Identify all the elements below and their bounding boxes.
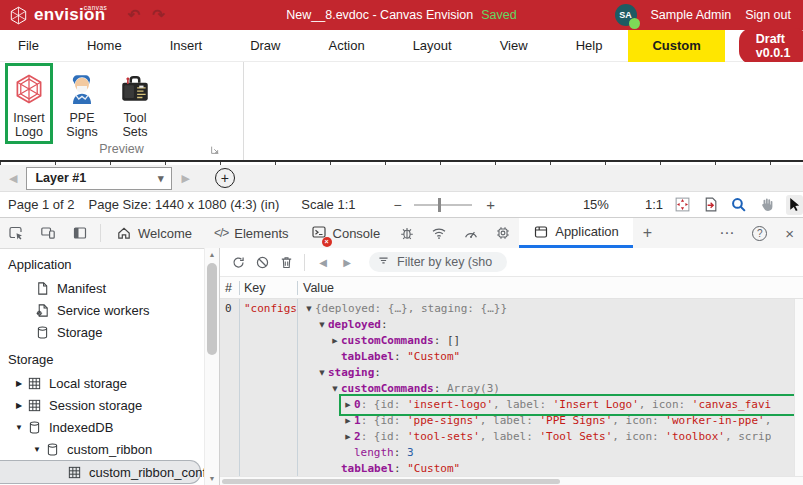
- filter-input[interactable]: [395, 254, 507, 270]
- undo-icon[interactable]: ↶: [127, 6, 140, 24]
- layer-select[interactable]: Layer #1▾: [26, 167, 172, 190]
- avatar[interactable]: SA: [615, 4, 637, 26]
- sidebar-item-custom-ribbon-configs[interactable]: custom_ribbon_configs: [0, 460, 201, 484]
- next-layer-icon[interactable]: ▶: [172, 172, 198, 185]
- sign-out-button[interactable]: Sign out: [745, 8, 791, 22]
- sidebar-scrollbar[interactable]: ▲ ▼: [204, 248, 219, 485]
- grid-header: # Key Value: [220, 276, 803, 299]
- sidebar-item-session-storage[interactable]: ▶Session storage: [0, 394, 204, 416]
- menu-item-view[interactable]: View: [476, 30, 552, 62]
- app-logo: envisioncanvas: [8, 5, 105, 26]
- close-devtools-icon[interactable]: ×: [776, 225, 803, 242]
- bug-icon[interactable]: [391, 218, 423, 248]
- menu-item-draw[interactable]: Draw: [226, 30, 304, 62]
- pan-hand-icon[interactable]: [758, 195, 775, 215]
- chevron-right-icon[interactable]: ▶: [12, 401, 26, 410]
- tab-console[interactable]: × Console: [300, 218, 392, 248]
- ribbon-button-ppe-signs[interactable]: PPESigns: [60, 65, 104, 142]
- performance-gauge-icon[interactable]: [455, 218, 487, 248]
- sidebar-item-local-storage[interactable]: ▶Local storage: [0, 372, 204, 394]
- device-toolbar-icon[interactable]: [32, 218, 64, 248]
- dock-side-icon[interactable]: [64, 218, 96, 248]
- sidebar-item-manifest[interactable]: Manifest: [0, 277, 204, 299]
- expander-icon[interactable]: ▶: [342, 397, 354, 413]
- tree-row-4[interactable]: ▼staging:: [303, 365, 803, 381]
- actual-size-button[interactable]: 1:1: [645, 197, 663, 212]
- clear-object-store-icon[interactable]: [250, 250, 274, 274]
- chevron-down-icon[interactable]: ▼: [30, 445, 44, 454]
- tree-row-9[interactable]: length: 3: [303, 445, 803, 461]
- expander-icon[interactable]: ▶: [342, 429, 354, 445]
- chevron-right-icon[interactable]: ▶: [12, 379, 26, 388]
- expander-icon[interactable]: ▶: [342, 413, 354, 429]
- expander-icon[interactable]: ▼: [303, 301, 315, 317]
- tree-row-3[interactable]: tabLabel: "Custom": [303, 349, 803, 365]
- toolbox-icon: [117, 69, 153, 109]
- zoom-percent[interactable]: 15%: [583, 197, 609, 212]
- horizontal-scrollbar-thumb[interactable]: [222, 479, 560, 484]
- sidebar-item-storage[interactable]: Storage: [0, 321, 204, 343]
- menu-item-file[interactable]: File: [0, 30, 63, 62]
- column-header-index[interactable]: #: [220, 281, 240, 295]
- zoom-tool-icon[interactable]: [730, 195, 747, 215]
- zoom-in-button[interactable]: +: [486, 196, 495, 213]
- more-options-icon[interactable]: ⋯: [710, 224, 743, 242]
- zoom-slider-handle[interactable]: [438, 198, 441, 212]
- column-header-key[interactable]: Key: [240, 281, 298, 295]
- menu-item-action[interactable]: Action: [305, 30, 389, 62]
- panel-scrollbar-gutter[interactable]: [794, 299, 803, 476]
- scrollbar-thumb[interactable]: [207, 263, 217, 355]
- group-expand-icon[interactable]: [209, 142, 223, 156]
- scroll-down-icon[interactable]: ▼: [205, 472, 219, 485]
- network-wifi-icon[interactable]: [423, 218, 455, 248]
- tree-row-8[interactable]: ▶2: {id: 'tool-sets', label: 'Tool Sets'…: [303, 429, 803, 445]
- ribbon-button-tool-sets[interactable]: ToolSets: [113, 65, 157, 142]
- refresh-icon[interactable]: [226, 250, 250, 274]
- fit-page-icon[interactable]: [674, 195, 691, 215]
- tree-row-text: 2: {id: 'tool-sets', label: 'Tool Sets',…: [354, 429, 771, 445]
- delete-selected-icon[interactable]: [274, 250, 298, 274]
- new-tab-icon[interactable]: +: [633, 218, 662, 248]
- redo-icon[interactable]: ↷: [152, 6, 165, 24]
- expander-icon[interactable]: ▼: [316, 365, 328, 381]
- column-header-value[interactable]: Value: [298, 281, 803, 295]
- draft-version-badge[interactable]: Draft v0.0.1: [739, 28, 803, 64]
- tree-row-5[interactable]: ▼customCommands: Array(3): [303, 381, 803, 397]
- expander-icon[interactable]: ▼: [316, 317, 328, 333]
- tab-elements[interactable]: </> Elements: [203, 218, 300, 248]
- chevron-down-icon[interactable]: ▼: [12, 423, 26, 432]
- filter-box[interactable]: [369, 252, 507, 272]
- sidebar-item-service-workers[interactable]: Service workers: [0, 299, 204, 321]
- tab-application[interactable]: Application: [519, 218, 633, 248]
- tree-row-7[interactable]: ▶1: {id: 'ppe-signs', label: 'PPE Signs'…: [303, 413, 803, 429]
- tree-row-10[interactable]: tabLabel: "Custom": [303, 461, 803, 476]
- select-cursor-icon[interactable]: [786, 195, 803, 215]
- menu-item-layout[interactable]: Layout: [389, 30, 476, 62]
- zoom-out-button[interactable]: −: [393, 197, 401, 213]
- next-page-icon[interactable]: ▶: [335, 257, 359, 268]
- tab-welcome[interactable]: Welcome: [105, 218, 203, 248]
- menu-item-custom[interactable]: Custom: [628, 30, 724, 62]
- prev-layer-icon[interactable]: ◀: [0, 172, 26, 185]
- zoom-slider[interactable]: [414, 204, 472, 206]
- sidebar-item-custom-ribbon[interactable]: ▼custom_ribbon: [0, 438, 204, 460]
- tree-row-6[interactable]: ▶0: {id: 'insert-logo', label: 'Insert L…: [303, 397, 803, 413]
- devtools-help-icon[interactable]: ?: [752, 226, 767, 241]
- memory-chip-icon[interactable]: [487, 218, 519, 248]
- prev-page-icon[interactable]: ◀: [311, 257, 335, 268]
- add-layer-button[interactable]: +: [215, 168, 235, 188]
- expander-icon[interactable]: ▼: [329, 381, 341, 397]
- sidebar-item-indexeddb[interactable]: ▼IndexedDB: [0, 416, 204, 438]
- tree-row-0[interactable]: ▼{deployed: {…}, staging: {…}}: [303, 301, 803, 317]
- menu-item-insert[interactable]: Insert: [146, 30, 227, 62]
- menu-item-help[interactable]: Help: [552, 30, 627, 62]
- ribbon-button-insert-logo[interactable]: InsertLogo: [7, 65, 51, 142]
- inspect-element-icon[interactable]: [0, 218, 32, 248]
- tree-row-1[interactable]: ▼deployed:: [303, 317, 803, 333]
- horizontal-scrollbar[interactable]: [220, 476, 803, 485]
- expander-icon[interactable]: ▶: [329, 333, 341, 349]
- scroll-up-icon[interactable]: ▲: [205, 248, 219, 261]
- menu-item-home[interactable]: Home: [63, 30, 146, 62]
- fit-width-icon[interactable]: [702, 195, 719, 215]
- tree-row-2[interactable]: ▶customCommands: []: [303, 333, 803, 349]
